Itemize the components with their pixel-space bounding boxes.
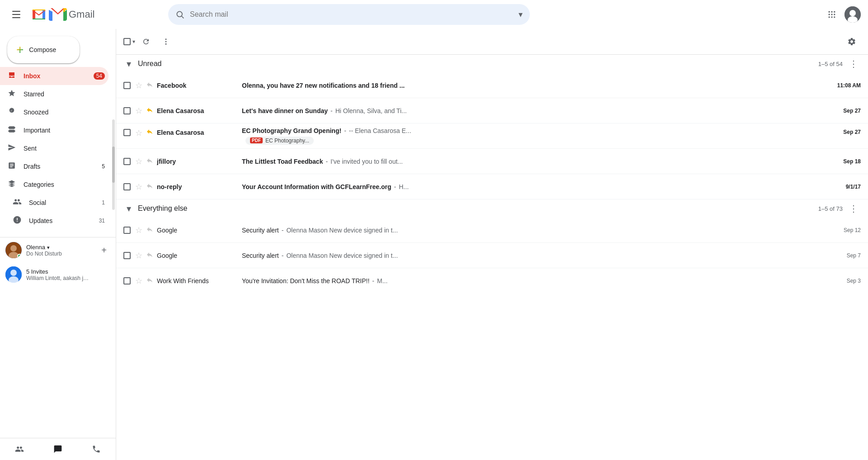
checkbox[interactable]	[123, 183, 131, 190]
email-preview: I've invited you to fill out...	[330, 158, 403, 165]
email-content: Let's have dinner on Sunday - Hi Olenna,…	[242, 107, 836, 114]
sidebar-item-categories[interactable]: Categories	[0, 175, 108, 194]
more-options-button[interactable]	[157, 33, 175, 51]
star-button[interactable]: ☆	[135, 251, 142, 261]
apps-button[interactable]	[823, 5, 841, 24]
search-dropdown-button[interactable]: ▾	[519, 9, 523, 19]
invites-section[interactable]: 5 Invites William Lintott, aakash jha, M…	[0, 263, 116, 286]
email-checkbox[interactable]	[123, 277, 132, 285]
star-button[interactable]: ☆	[135, 81, 142, 90]
checkbox[interactable]	[123, 129, 131, 136]
social-badge: 1	[102, 199, 105, 206]
hamburger-icon	[12, 11, 20, 18]
select-all-checkbox[interactable]: ▾	[123, 38, 135, 45]
email-row[interactable]: ☆ Google Security alert - Olenna Mason N…	[116, 243, 868, 268]
email-row[interactable]: ☆ Facebook Olenna, you have 27 new notif…	[116, 73, 868, 98]
email-row[interactable]: ☆ jfillory The Littlest Toad Feedback - …	[116, 149, 868, 174]
email-checkbox[interactable]	[123, 129, 132, 136]
svg-point-9	[829, 16, 830, 18]
apps-icon	[827, 10, 836, 19]
star-button[interactable]: ☆	[135, 128, 142, 138]
email-checkbox[interactable]	[123, 82, 132, 89]
phone-nav-button[interactable]	[77, 438, 116, 460]
people-nav-button[interactable]	[0, 438, 38, 460]
email-row[interactable]: ☆ Work With Friends You're Invitation: D…	[116, 268, 868, 294]
svg-point-10	[831, 16, 832, 18]
unread-section-title: Unread	[138, 60, 815, 68]
sidebar-item-snoozed[interactable]: Snoozed	[0, 103, 108, 121]
invites-avatar-img	[5, 266, 22, 283]
unread-count: 1–5 of 54	[818, 61, 843, 67]
inbox-badge: 54	[94, 72, 105, 80]
checkbox[interactable]	[123, 277, 131, 285]
account-avatar[interactable]	[844, 6, 861, 23]
menu-button[interactable]	[7, 5, 25, 24]
email-time: Sep 7	[843, 252, 861, 259]
email-content: The Littlest Toad Feedback - I've invite…	[242, 158, 836, 165]
email-checkbox[interactable]	[123, 107, 132, 114]
reply-icon	[146, 128, 153, 135]
unread-collapse-button[interactable]: ▾	[123, 58, 134, 69]
email-row[interactable]: ☆ no-reply Your Account Information with…	[116, 174, 868, 199]
settings-button[interactable]	[843, 33, 861, 51]
sidebar-item-starred[interactable]: Starred	[0, 85, 108, 103]
email-row[interactable]: ☆ Google Security alert - Olenna Mason N…	[116, 218, 868, 243]
email-row[interactable]: ☆ Elena Casarosa EC Photography Grand Op…	[116, 123, 868, 149]
forward-icon	[146, 251, 153, 260]
compose-label: Compose	[29, 46, 56, 53]
email-time: Sep 27	[840, 108, 861, 114]
sidebar-item-drafts[interactable]: Drafts 5	[0, 157, 108, 175]
sidebar-item-inbox[interactable]: Inbox 54	[0, 67, 108, 85]
refresh-button[interactable]	[137, 33, 155, 51]
compose-button[interactable]: + Compose	[7, 36, 80, 63]
star-button[interactable]: ☆	[135, 156, 142, 166]
checkbox[interactable]	[123, 227, 131, 234]
checkbox[interactable]	[123, 252, 131, 259]
everything-else-collapse-button[interactable]: ▾	[123, 203, 134, 214]
gmail-logo[interactable]: Gmail	[31, 6, 94, 23]
sidebar-item-important[interactable]: Important	[0, 121, 108, 139]
star-button[interactable]: ☆	[135, 106, 142, 116]
search-input[interactable]	[190, 10, 513, 19]
email-checkbox[interactable]	[123, 227, 132, 234]
unread-section-header[interactable]: ▾ Unread 1–5 of 54 ⋮	[116, 55, 868, 73]
sidebar-item-sent[interactable]: Sent	[0, 139, 108, 157]
reply-icon	[146, 157, 153, 164]
email-checkbox[interactable]	[123, 158, 132, 165]
user-section[interactable]: Olenna ▾ Do Not Disturb +	[0, 237, 116, 263]
email-checkbox[interactable]	[123, 252, 132, 259]
checkbox[interactable]	[123, 158, 131, 165]
email-content: EC Photography Grand Opening! - -- Elena…	[242, 127, 836, 134]
updates-label: Updates	[29, 217, 92, 224]
star-button[interactable]: ☆	[135, 225, 142, 235]
drafts-label: Drafts	[24, 163, 94, 170]
user-name: Olenna ▾	[26, 244, 62, 251]
email-content: Security alert - Olenna Mason New device…	[242, 227, 836, 234]
email-content: Your Account Information with GCFLearnFr…	[242, 183, 839, 190]
categories-label: Categories	[24, 181, 105, 188]
forward-icon	[146, 81, 153, 90]
email-preview: M...	[377, 277, 387, 285]
add-account-button[interactable]: +	[98, 244, 110, 256]
email-subject: EC Photography Grand Opening!	[242, 127, 341, 134]
checkbox[interactable]	[123, 107, 131, 114]
sidebar-item-updates[interactable]: Updates 31	[0, 212, 108, 230]
reply-icon	[146, 106, 153, 114]
forward-icon	[146, 182, 153, 191]
star-button[interactable]: ☆	[135, 182, 142, 192]
everything-else-more-button[interactable]: ⋮	[846, 203, 861, 214]
email-checkbox[interactable]	[123, 183, 132, 190]
checkbox[interactable]	[123, 82, 131, 89]
sidebar-scrollbar-thumb[interactable]	[112, 147, 115, 183]
unread-more-button[interactable]: ⋮	[846, 58, 861, 69]
email-attachment[interactable]: PDF EC Photography...	[245, 137, 314, 145]
people-icon	[15, 445, 24, 454]
email-row[interactable]: ☆ Elena Casarosa Let's have dinner on Su…	[116, 98, 868, 123]
chat-nav-button[interactable]	[38, 438, 77, 460]
checkbox-box	[123, 38, 131, 45]
pdf-badge: PDF	[250, 138, 263, 143]
email-subject: You're Invitation: Don't Miss the ROAD T…	[242, 277, 369, 285]
everything-else-section-header[interactable]: ▾ Everything else 1–5 of 73 ⋮	[116, 199, 868, 218]
sidebar-item-social[interactable]: Social 1	[0, 194, 108, 212]
star-button[interactable]: ☆	[135, 276, 142, 286]
